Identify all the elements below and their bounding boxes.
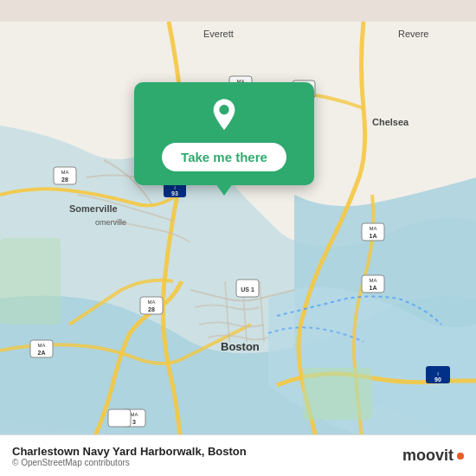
svg-text:Boston: Boston — [221, 340, 260, 353]
svg-text:omerville: omerville — [95, 218, 126, 227]
svg-text:Somerville: Somerville — [69, 203, 118, 214]
svg-text:90: 90 — [434, 376, 441, 383]
svg-text:28: 28 — [61, 177, 68, 183]
location-pin-icon — [206, 98, 242, 134]
map-background: US 1 US 1 I 93 MA 99 MA 28 MA 28 MA 1A M… — [0, 0, 476, 476]
moovit-dot-icon — [457, 453, 464, 460]
svg-text:Everett: Everett — [203, 29, 234, 39]
svg-text:1A: 1A — [370, 233, 377, 239]
svg-text:MA: MA — [370, 278, 377, 283]
svg-rect-2 — [0, 238, 61, 325]
place-name-label: Charlestown Navy Yard Harborwalk, Boston — [12, 445, 247, 458]
svg-text:1A: 1A — [370, 285, 377, 291]
svg-text:MA: MA — [148, 299, 156, 305]
take-me-there-button[interactable]: Take me there — [162, 143, 286, 171]
svg-rect-34 — [108, 409, 131, 427]
svg-text:MA: MA — [38, 343, 46, 348]
popup-card: Take me there — [134, 82, 314, 185]
svg-text:3: 3 — [132, 419, 136, 425]
svg-text:Revere: Revere — [398, 29, 428, 39]
svg-point-42 — [219, 105, 228, 114]
svg-text:28: 28 — [148, 306, 155, 312]
attribution-text: © OpenStreetMap contributors — [12, 458, 247, 467]
svg-text:MA: MA — [131, 412, 138, 417]
map-container: US 1 US 1 I 93 MA 99 MA 28 MA 28 MA 1A M… — [0, 0, 476, 476]
svg-text:2A: 2A — [38, 350, 46, 356]
svg-text:MA: MA — [61, 170, 69, 175]
attribution-area: Charlestown Navy Yard Harborwalk, Boston… — [12, 445, 247, 467]
svg-text:MA: MA — [370, 226, 377, 231]
bottom-bar: Charlestown Navy Yard Harborwalk, Boston… — [0, 434, 476, 476]
svg-rect-1 — [303, 368, 372, 420]
svg-text:US 1: US 1 — [241, 286, 254, 293]
moovit-text: moovit — [402, 447, 453, 465]
svg-text:93: 93 — [171, 190, 178, 196]
moovit-logo: moovit — [402, 447, 464, 465]
svg-text:Chelsea: Chelsea — [372, 117, 409, 127]
